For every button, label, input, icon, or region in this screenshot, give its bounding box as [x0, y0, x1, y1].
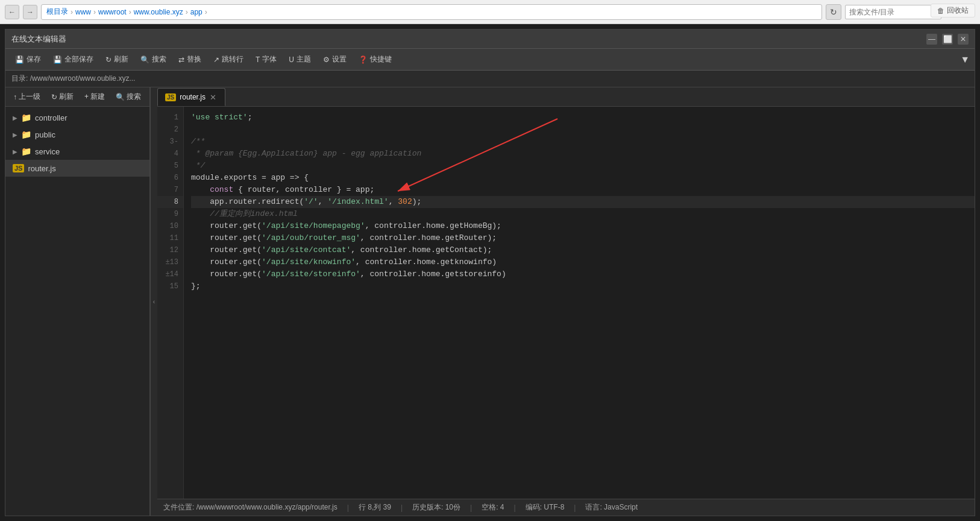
line-num-2: 2: [157, 124, 183, 136]
toolbar: 💾 保存 💾 全部保存 ↻ 刷新 🔍 搜索 ⇄ 替换 ↗ 跳转行 T 字体 U: [5, 49, 975, 71]
file-sidebar: ↑ 上一级 ↻ 刷新 + 新建 🔍 搜索 ▶ 📁: [5, 87, 150, 516]
main-content: ↑ 上一级 ↻ 刷新 + 新建 🔍 搜索 ▶ 📁: [5, 87, 975, 516]
tree-item-public[interactable]: ▶ 📁 public: [5, 126, 149, 143]
code-line-5: */: [191, 160, 975, 172]
breadcrumb-domain[interactable]: www.oublie.xyz: [134, 8, 183, 16]
toolbar-chevron[interactable]: ▼: [960, 54, 970, 65]
tree-item-label: public: [35, 130, 55, 139]
sidebar-search-button[interactable]: 🔍 搜索: [113, 90, 144, 104]
editor-area: JS router.js ✕ 1 2 3- 4 5 6 7: [157, 87, 975, 516]
tab-name: router.js: [180, 93, 206, 101]
file-tree: ▶ 📁 controller ▶ 📁 public ▶ 📁 service JS…: [5, 107, 149, 516]
editor-title: 在线文本编辑器: [11, 34, 926, 45]
editor-window: 在线文本编辑器 — ⬜ ✕ 💾 保存 💾 全部保存 ↻ 刷新 🔍 搜索 ⇄ 替换: [5, 29, 975, 516]
breadcrumb-app[interactable]: app: [190, 8, 203, 16]
code-lines: 1 2 3- 4 5 6 7 8 9 10 11 12 ±13 ±14: [157, 107, 975, 499]
line-num-5: 5: [157, 160, 183, 172]
line-num-11: 11: [157, 232, 183, 244]
code-line-14: router.get('/api/site/storeinfo', contro…: [191, 268, 975, 280]
save-button[interactable]: 💾 保存: [10, 52, 46, 68]
code-line-6: module.exports = app => {: [191, 172, 975, 184]
line-num-15: 15: [157, 280, 183, 292]
chevron-icon: ▶: [13, 148, 17, 155]
chevron-icon: ▶: [13, 131, 17, 138]
status-bar: 文件位置: /www/wwwroot/www.oublie.xyz/app/ro…: [157, 499, 975, 516]
new-file-button[interactable]: + 新建: [81, 90, 108, 104]
up-level-button[interactable]: ↑ 上一级: [10, 90, 43, 104]
search-button[interactable]: 🔍 搜索: [136, 52, 171, 68]
sidebar-actions: ↑ 上一级 ↻ 刷新 + 新建 🔍 搜索: [5, 87, 149, 107]
line-num-1: 1: [157, 112, 183, 124]
language-status: 语言: JavaScript: [585, 502, 638, 513]
line-num-9: 9: [157, 208, 183, 220]
code-line-9: //重定向到index.html: [191, 208, 975, 220]
tab-close-button[interactable]: ✕: [209, 93, 218, 101]
line-num-8: 8: [157, 196, 183, 208]
code-line-12: router.get('/api/site/contcat', controll…: [191, 244, 975, 256]
position-status: 行 8,列 39: [359, 502, 391, 513]
breadcrumb-wwwroot[interactable]: wwwroot: [98, 8, 127, 16]
font-button[interactable]: T 字体: [251, 52, 281, 68]
code-line-2: [191, 124, 975, 136]
line-num-3: 3-: [157, 136, 183, 148]
tab-js-icon: JS: [165, 93, 176, 101]
breadcrumb-www[interactable]: www: [75, 8, 91, 16]
title-bar: 在线文本编辑器 — ⬜ ✕: [5, 30, 975, 49]
recycle-button[interactable]: 🗑 回收站: [931, 4, 975, 17]
encoding-status: 编码: UTF-8: [526, 502, 565, 513]
tree-item-controller[interactable]: ▶ 📁 controller: [5, 109, 149, 126]
line-num-6: 6: [157, 172, 183, 184]
line-num-13: ±13: [157, 256, 183, 268]
sidebar-refresh-button[interactable]: ↻ 刷新: [48, 90, 77, 104]
tree-item-service[interactable]: ▶ 📁 service: [5, 143, 149, 160]
jump-button[interactable]: ↗ 跳转行: [209, 52, 248, 68]
directory-bar: 目录: /www/wwwroot/www.oublie.xyz...: [5, 71, 975, 87]
tree-item-label: service: [35, 147, 60, 156]
minimize-button[interactable]: —: [926, 34, 937, 45]
address-refresh-button[interactable]: ↻: [826, 4, 841, 20]
breadcrumb: 根目录 › www › wwwroot › www.oublie.xyz › a…: [41, 4, 822, 20]
line-num-14: ±14: [157, 268, 183, 280]
folder-icon: 📁: [21, 113, 31, 122]
back-button[interactable]: ←: [5, 5, 19, 19]
chevron-icon: ▶: [13, 115, 17, 121]
theme-button[interactable]: U 主题: [284, 52, 316, 68]
breadcrumb-root[interactable]: 根目录: [46, 7, 68, 17]
tree-item-label: router.js: [28, 164, 55, 173]
code-line-8: app.router.redirect('/', '/index.html', …: [191, 196, 975, 208]
forward-button[interactable]: →: [23, 5, 37, 19]
file-path-status: 文件位置: /www/wwwroot/www.oublie.xyz/app/ro…: [163, 502, 338, 513]
code-line-15: };: [191, 280, 975, 292]
refresh-button[interactable]: ↻ 刷新: [101, 52, 133, 68]
line-num-12: 12: [157, 244, 183, 256]
line-num-4: 4: [157, 148, 183, 160]
code-content[interactable]: 'use strict'; /** * @param {Egg.Applicat…: [184, 107, 975, 499]
window-controls: — ⬜ ✕: [926, 34, 969, 45]
code-editor[interactable]: 1 2 3- 4 5 6 7 8 9 10 11 12 ±13 ±14: [157, 107, 975, 499]
code-line-7: const { router, controller } = app;: [191, 184, 975, 196]
folder-icon: 📁: [21, 147, 31, 156]
search-input-top[interactable]: [845, 5, 941, 19]
line-num-7: 7: [157, 184, 183, 196]
history-status: 历史版本: 10份: [412, 502, 460, 513]
address-bar: ← → 根目录 › www › wwwroot › www.oublie.xyz…: [0, 0, 980, 24]
tab-bar: JS router.js ✕: [157, 87, 975, 107]
code-line-13: router.get('/api/site/knowinfo', control…: [191, 256, 975, 268]
shortcuts-button[interactable]: ❓ 快捷键: [354, 52, 397, 68]
settings-button[interactable]: ⚙ 设置: [318, 52, 351, 68]
folder-icon: 📁: [21, 130, 31, 139]
code-line-1: 'use strict';: [191, 112, 975, 124]
code-line-4: * @param {Egg.Application} app - egg app…: [191, 148, 975, 160]
close-button[interactable]: ✕: [958, 34, 969, 45]
tab-router-js[interactable]: JS router.js ✕: [157, 88, 225, 106]
line-num-10: 10: [157, 220, 183, 232]
indent-status: 空格: 4: [482, 502, 504, 513]
save-all-button[interactable]: 💾 全部保存: [48, 52, 98, 68]
tree-item-label: controller: [35, 113, 67, 122]
code-line-10: router.get('/api/site/homepagebg', contr…: [191, 220, 975, 232]
replace-button[interactable]: ⇄ 替换: [174, 52, 206, 68]
collapse-handle[interactable]: ‹: [150, 87, 157, 516]
tree-item-router-js[interactable]: JS router.js: [5, 160, 149, 177]
maximize-button[interactable]: ⬜: [942, 34, 953, 45]
code-line-11: router.get('/api/oub/router_msg', contro…: [191, 232, 975, 244]
